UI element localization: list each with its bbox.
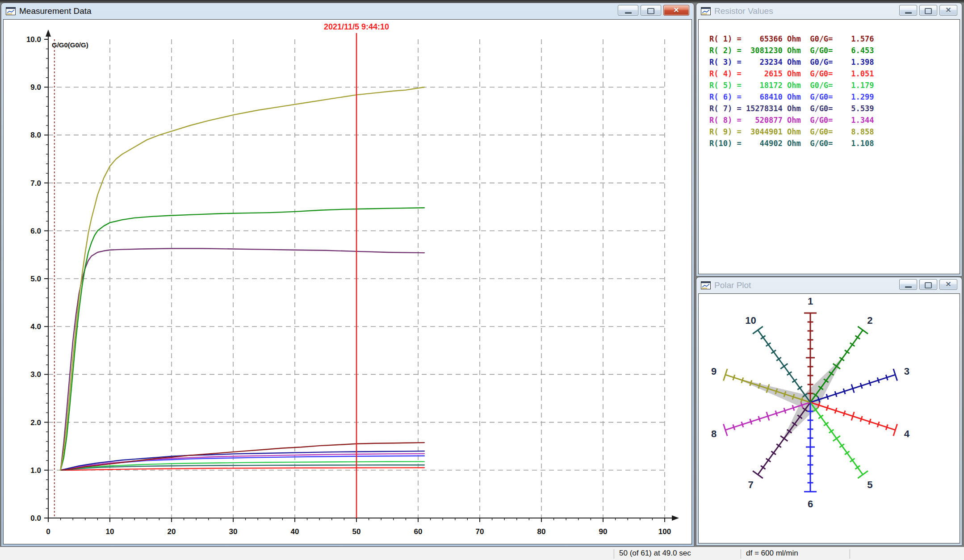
window-title: Polar Plot bbox=[714, 280, 899, 290]
app-icon bbox=[701, 281, 711, 289]
svg-text:10.0: 10.0 bbox=[26, 35, 41, 44]
svg-text:9: 9 bbox=[711, 366, 717, 377]
status-separator bbox=[741, 549, 742, 559]
status-separator bbox=[614, 549, 615, 559]
resistor-list: R( 1) = 65366 Ohm G0/G= 1.576R( 2) = 308… bbox=[699, 20, 960, 149]
svg-text:70: 70 bbox=[476, 527, 484, 536]
resistor-row: R( 5) = 18172 Ohm G0/G= 1.179 bbox=[709, 79, 960, 91]
resistor-row: R( 7) = 15278314 Ohm G/G0= 5.539 bbox=[709, 103, 960, 114]
window-measurement-data: Measurement Data ✕ 0.01.02.03.04.05.06.0… bbox=[1, 3, 694, 547]
status-progress: 50 (of 61) at 49.0 sec bbox=[619, 549, 691, 558]
resistor-values-area: R( 1) = 65366 Ohm G0/G= 1.576R( 2) = 308… bbox=[698, 19, 960, 274]
close-button[interactable]: ✕ bbox=[939, 5, 957, 16]
resistor-row: R( 4) = 2615 Ohm G/G0= 1.051 bbox=[709, 68, 960, 79]
svg-text:10: 10 bbox=[745, 315, 756, 326]
svg-text:40: 40 bbox=[291, 527, 299, 536]
svg-text:5.0: 5.0 bbox=[30, 275, 41, 283]
status-separator bbox=[850, 549, 851, 559]
resistor-row: R( 9) = 3044901 Ohm G/G0= 8.858 bbox=[709, 126, 960, 138]
maximize-button[interactable] bbox=[919, 5, 937, 16]
window-resistor-values: Resistor Values ✕ R( 1) = 65366 Ohm G0/G… bbox=[696, 3, 962, 276]
measurement-titlebar[interactable]: Measurement Data ✕ bbox=[1, 3, 694, 19]
window-title: Measurement Data bbox=[19, 6, 618, 16]
app-icon bbox=[701, 7, 711, 15]
resistor-row: R( 3) = 23234 Ohm G0/G= 1.398 bbox=[709, 56, 960, 68]
resistor-row: R(10) = 44902 Ohm G/G0= 1.108 bbox=[709, 138, 960, 149]
maximize-button[interactable] bbox=[919, 279, 937, 290]
svg-text:50: 50 bbox=[352, 527, 361, 536]
close-button[interactable]: ✕ bbox=[939, 279, 957, 290]
svg-text:4: 4 bbox=[904, 428, 910, 439]
svg-text:90: 90 bbox=[599, 527, 608, 536]
svg-text:4.0: 4.0 bbox=[30, 322, 41, 331]
resistor-titlebar[interactable]: Resistor Values ✕ bbox=[696, 3, 962, 19]
svg-text:2021/11/5 9:44:10: 2021/11/5 9:44:10 bbox=[324, 22, 389, 31]
svg-text:100: 100 bbox=[658, 527, 671, 536]
measurement-chart: 0.01.02.03.04.05.06.07.08.09.010.0010203… bbox=[4, 20, 692, 544]
resistor-row: R( 8) = 520877 Ohm G/G0= 1.344 bbox=[709, 114, 960, 126]
window-title: Resistor Values bbox=[714, 6, 899, 16]
svg-text:0.0: 0.0 bbox=[30, 514, 41, 522]
svg-text:1: 1 bbox=[808, 296, 813, 307]
app-icon bbox=[6, 7, 16, 15]
measurement-chart-area: 0.01.02.03.04.05.06.07.08.09.010.0010203… bbox=[3, 19, 692, 544]
svg-text:7.0: 7.0 bbox=[30, 179, 41, 188]
svg-text:30: 30 bbox=[229, 527, 238, 536]
polar-plot-area: 12345678910 bbox=[698, 293, 960, 543]
svg-text:3: 3 bbox=[904, 366, 910, 377]
minimize-button[interactable] bbox=[899, 5, 917, 16]
resistor-row: R( 6) = 68410 Ohm G/G0= 1.299 bbox=[709, 91, 960, 103]
maximize-button[interactable] bbox=[641, 5, 661, 16]
resistor-row: R( 2) = 3081230 Ohm G/G0= 6.453 bbox=[709, 45, 960, 56]
minimize-button[interactable] bbox=[899, 279, 917, 290]
polar-titlebar[interactable]: Polar Plot ✕ bbox=[696, 277, 962, 293]
resistor-row: R( 1) = 65366 Ohm G0/G= 1.576 bbox=[709, 33, 960, 45]
close-button[interactable]: ✕ bbox=[663, 5, 689, 16]
svg-text:7: 7 bbox=[748, 479, 753, 490]
svg-text:G/G0(G0/G): G/G0(G0/G) bbox=[52, 41, 88, 49]
minimize-button[interactable] bbox=[618, 5, 638, 16]
svg-text:1.0: 1.0 bbox=[30, 466, 41, 475]
svg-text:6: 6 bbox=[808, 498, 813, 510]
window-polar-plot: Polar Plot ✕ 12345678910 bbox=[696, 277, 962, 546]
svg-text:5: 5 bbox=[867, 479, 872, 490]
svg-text:80: 80 bbox=[537, 527, 546, 536]
svg-text:8: 8 bbox=[711, 428, 717, 439]
status-bar: 50 (of 61) at 49.0 sec df = 600 ml/min bbox=[0, 547, 964, 560]
svg-text:9.0: 9.0 bbox=[30, 83, 41, 92]
svg-text:20: 20 bbox=[168, 527, 176, 536]
svg-text:0: 0 bbox=[46, 527, 50, 536]
svg-text:60: 60 bbox=[414, 527, 423, 536]
polar-chart: 12345678910 bbox=[699, 294, 960, 543]
svg-text:10: 10 bbox=[106, 527, 114, 536]
svg-text:3.0: 3.0 bbox=[30, 370, 41, 379]
svg-text:2.0: 2.0 bbox=[30, 418, 41, 427]
svg-text:8.0: 8.0 bbox=[30, 131, 41, 139]
status-flow: df = 600 ml/min bbox=[746, 549, 798, 558]
svg-text:2: 2 bbox=[867, 315, 872, 326]
svg-text:6.0: 6.0 bbox=[30, 227, 41, 235]
